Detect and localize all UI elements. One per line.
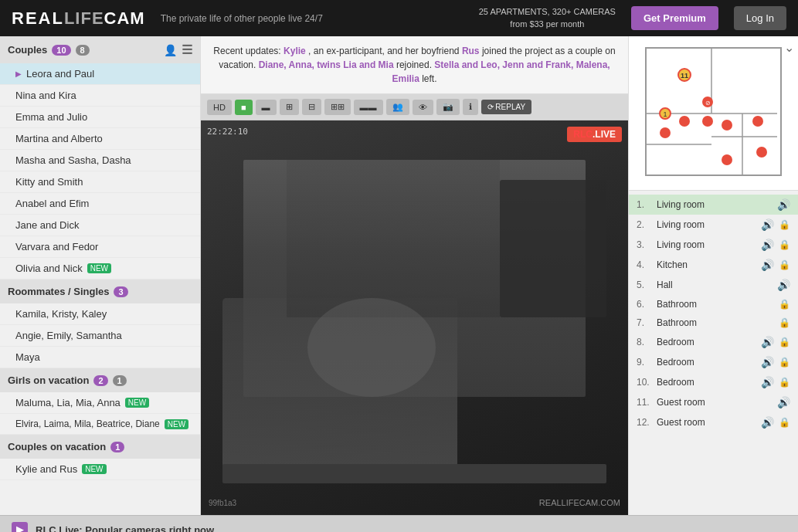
layout-1-button[interactable]: ▬ xyxy=(256,100,277,115)
floor-plan-map: 11 ⊘ 1 ⌄ xyxy=(629,36,798,191)
floor-plan-svg: 11 ⊘ 1 xyxy=(642,44,785,179)
logo: REALLIFECAM xyxy=(12,8,145,29)
content-area: Recent updates: Kylie , an ex-participan… xyxy=(201,36,628,515)
roommates-section-header: Roommates / Singles 3 xyxy=(0,280,200,303)
sound-icon-1: 🔊 xyxy=(777,198,790,211)
info-button[interactable]: ℹ xyxy=(463,99,478,115)
girls-badge2: 1 xyxy=(113,375,127,386)
lock-icon-9: 🔒 xyxy=(779,357,790,368)
sidebar-item-elvira[interactable]: Elvira, Laima, Mila, Beatrice, Diane NEW xyxy=(0,414,200,435)
live-button[interactable]: ■ xyxy=(235,100,253,115)
sidebar-item-martina-alberto[interactable]: Martina and Alberto xyxy=(0,128,200,150)
sound-icon-11: 🔊 xyxy=(777,396,790,408)
sidebar-item-varvara-fedor[interactable]: Varvara and Fedor xyxy=(0,236,200,258)
sidebar-item-jane-dick[interactable]: Jane and Dick xyxy=(0,215,200,236)
sidebar: Couples 10 8 👤 ☰ ▶ Leora and Paul Nina a… xyxy=(0,36,201,515)
grid-button[interactable]: ⊞⊞ xyxy=(324,99,351,115)
tagline: The private life of other people live 24… xyxy=(161,13,464,24)
replay-button[interactable]: ⟳ REPLAY xyxy=(481,100,532,114)
eye-button[interactable]: 👁 xyxy=(413,100,433,115)
room-list-item-4[interactable]: 4. Kitchen 🔊 🔒 xyxy=(629,255,798,275)
new-badge: NEW xyxy=(87,263,111,273)
new-badge-maluma: NEW xyxy=(125,398,149,408)
new-badge-elvira: NEW xyxy=(165,419,188,429)
sidebar-item-kylie-rus[interactable]: Kylie and Rus NEW xyxy=(0,459,200,480)
lock-icon-4: 🔒 xyxy=(779,259,790,270)
svg-point-17 xyxy=(756,147,767,158)
room-list-item-10[interactable]: 10. Bedroom 🔊 🔒 xyxy=(629,372,798,392)
couples-section-header: Couples 10 8 👤 ☰ xyxy=(0,36,200,63)
layout-3-button[interactable]: ⊟ xyxy=(302,99,321,115)
video-frame: 22:22:10 RLC.LIVE REALLIFECAM.COM 99fb1a… xyxy=(201,120,628,515)
sidebar-item-emma-julio[interactable]: Emma and Julio xyxy=(0,107,200,128)
couples-vacation-section-header: Couples on vacation 1 xyxy=(0,435,200,459)
sound-icon-4: 🔊 xyxy=(761,259,774,271)
couples-badge-count: 10 xyxy=(52,45,70,56)
sidebar-item-kitty-smith[interactable]: Kitty and Smith xyxy=(0,171,200,193)
couples-badge-count2: 8 xyxy=(76,45,90,56)
room-list-item-11[interactable]: 11. Guest room 🔊 xyxy=(629,392,798,412)
sidebar-item-kamila[interactable]: Kamila, Kristy, Kaley xyxy=(0,303,200,325)
hd-button[interactable]: HD xyxy=(207,100,232,115)
sidebar-item-leora-paul[interactable]: ▶ Leora and Paul xyxy=(0,63,200,85)
menu-icon[interactable]: ☰ xyxy=(182,42,192,57)
layout-2-button[interactable]: ⊞ xyxy=(280,99,299,115)
map-expand-button[interactable]: ⌄ xyxy=(784,40,794,55)
lock-icon-10: 🔒 xyxy=(779,377,790,388)
room-list-item-12[interactable]: 12. Guest room 🔊 🔒 xyxy=(629,412,798,432)
sidebar-item-maya[interactable]: Maya xyxy=(0,347,200,368)
stats: 25 APARTMENTS, 320+ CAMERAS from $33 per… xyxy=(479,6,616,30)
camera-button[interactable]: 📷 xyxy=(436,99,460,115)
sound-icon-3: 🔊 xyxy=(761,239,774,251)
highlight-rus: Rus xyxy=(462,46,480,56)
room-list-item-6[interactable]: 6. Bathroom 🔒 xyxy=(629,295,798,313)
room-list-item-2[interactable]: 2. Living room 🔊 🔒 xyxy=(629,215,798,235)
sound-icon-8: 🔊 xyxy=(761,336,774,348)
video-toolbar: HD ■ ▬ ⊞ ⊟ ⊞⊞ ▬▬ 👥 👁 📷 ℹ ⟳ REPLAY xyxy=(201,94,628,120)
popular-cameras-label: RLC Live: Popular cameras right now xyxy=(36,524,214,533)
sidebar-item-masha-sasha[interactable]: Masha and Sasha, Dasha xyxy=(0,150,200,171)
svg-text:1: 1 xyxy=(663,110,667,118)
person-icon: 👤 xyxy=(164,44,177,56)
room-list-item-5[interactable]: 5. Hall 🔊 xyxy=(629,275,798,295)
room-list-item-8[interactable]: 8. Bedroom 🔊 🔒 xyxy=(629,332,798,352)
svg-text:11: 11 xyxy=(681,72,688,80)
new-badge-kylie: NEW xyxy=(82,464,106,474)
lock-icon-6: 🔒 xyxy=(779,299,790,310)
sidebar-item-maluma[interactable]: Maluma, Lia, Mia, Anna NEW xyxy=(0,392,200,414)
svg-point-12 xyxy=(660,127,671,138)
sidebar-item-anabel-efim[interactable]: Anabel and Efim xyxy=(0,193,200,215)
person-button[interactable]: 👥 xyxy=(386,99,409,115)
sound-icon-5: 🔊 xyxy=(777,279,790,291)
lock-icon-8: 🔒 xyxy=(779,337,790,347)
live-badge: RLC.LIVE xyxy=(567,127,622,142)
roommates-badge: 3 xyxy=(114,286,127,297)
room-scene xyxy=(201,120,628,515)
highlight-kylie: Kylie xyxy=(284,46,306,56)
highlight-diane: Diane, Anna, twins Lia and Mia xyxy=(259,59,394,70)
main-layout: Couples 10 8 👤 ☰ ▶ Leora and Paul Nina a… xyxy=(0,36,798,515)
sound-icon-9: 🔊 xyxy=(761,356,774,368)
bottom-bar: ▶ RLC Live: Popular cameras right now xyxy=(0,515,798,532)
video-area: 22:22:10 RLC.LIVE REALLIFECAM.COM 99fb1a… xyxy=(201,120,628,515)
room-list-item-1[interactable]: 1. Living room 🔊 xyxy=(629,195,798,215)
svg-point-14 xyxy=(702,116,713,127)
video-id: 99fb1a3 xyxy=(209,499,236,507)
room-list-item-9[interactable]: 9. Bedroom 🔊 🔒 xyxy=(629,352,798,372)
room-list-item-3[interactable]: 3. Living room 🔊 🔒 xyxy=(629,235,798,255)
watermark: REALLIFECAM.COM xyxy=(539,498,620,507)
svg-text:⊘: ⊘ xyxy=(705,100,711,107)
girls-badge1: 2 xyxy=(93,375,107,386)
header: REALLIFECAM The private life of other pe… xyxy=(0,0,798,36)
sidebar-item-angie[interactable]: Angie, Emily, Samantha xyxy=(0,325,200,347)
couples-vacation-badge: 1 xyxy=(110,442,124,452)
wide-button[interactable]: ▬▬ xyxy=(354,100,383,115)
login-button[interactable]: Log In xyxy=(734,6,786,30)
room-list: 1. Living room 🔊 2. Living room 🔊 🔒 3. L… xyxy=(629,191,798,436)
sidebar-item-olivia-nick[interactable]: Olivia and Nick NEW xyxy=(0,258,200,280)
room-list-item-7[interactable]: 7. Bathroom 🔒 xyxy=(629,313,798,332)
sidebar-item-nina-kira[interactable]: Nina and Kira xyxy=(0,85,200,107)
svg-point-15 xyxy=(722,120,732,130)
premium-button[interactable]: Get Premium xyxy=(631,6,718,30)
sound-icon-10: 🔊 xyxy=(761,376,774,388)
